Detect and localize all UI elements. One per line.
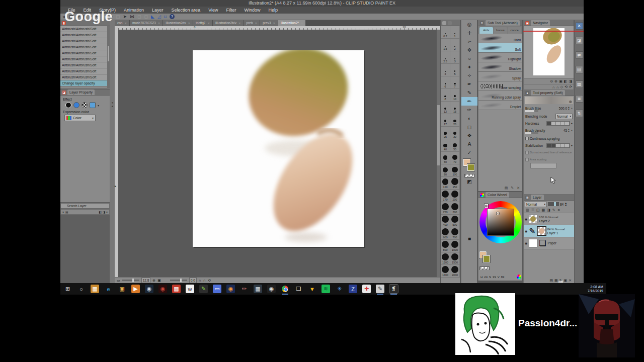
visibility-eye-icon[interactable]: ◉	[525, 217, 527, 221]
lasso-tool[interactable]: ○	[461, 54, 477, 63]
sv-marker[interactable]	[497, 212, 499, 215]
window-titlebar[interactable]: Illustration2* (A4 8.27 x 11.69in 600dpi…	[60, 0, 584, 7]
help-icon[interactable]: ?	[170, 14, 175, 19]
brush-size-20[interactable]: 20	[450, 114, 460, 127]
screen-color-swatch[interactable]: ■	[461, 234, 477, 243]
reset-view-icon[interactable]: ⟲	[208, 279, 211, 283]
history-item[interactable]: Airbrush/Airbrush/Soft	[60, 68, 110, 74]
notepad-app[interactable]: ❏	[294, 285, 303, 293]
draw-app[interactable]: ✏	[240, 285, 249, 293]
pencil-tool[interactable]: ✎	[461, 88, 477, 97]
sub-tool-hard[interactable]: Hard	[478, 34, 522, 43]
brush-size-2000[interactable]: 2000	[450, 265, 460, 278]
brush-size-250[interactable]: 250	[441, 202, 450, 215]
brush-size-100[interactable]: 100	[450, 164, 460, 177]
panel-divider[interactable]: ◂◂	[110, 20, 115, 283]
brush-size-700[interactable]: 700	[450, 227, 460, 240]
file-explorer-app[interactable]: ▣	[118, 285, 126, 293]
ruler-layer-icon[interactable]: ✎	[552, 208, 555, 212]
dropdown-icon[interactable]: ▾	[90, 14, 93, 20]
close-tab-icon[interactable]: ✕	[255, 20, 258, 26]
flip-h-icon[interactable]: ◧	[564, 79, 568, 83]
correction-tool[interactable]: ✓	[461, 148, 477, 157]
brush-size-2[interactable]: 2	[450, 39, 460, 51]
brush-size-50[interactable]: 50	[450, 139, 460, 152]
blend-tool[interactable]: ◐	[461, 114, 477, 123]
select-area-icon[interactable]: ▢	[116, 14, 120, 20]
text-tool[interactable]: A	[461, 140, 477, 148]
eyedropper-tool[interactable]: ✧	[461, 71, 477, 80]
spotify-app[interactable]: ≋	[321, 285, 330, 293]
start-button[interactable]: ⊞	[63, 285, 72, 293]
canvas-page[interactable]	[193, 50, 364, 247]
close-tab-icon[interactable]: ✕	[301, 20, 303, 26]
wand-tool[interactable]: ✦	[461, 63, 477, 71]
open-folder-icon[interactable]: ▱	[76, 14, 79, 20]
brush-size-40[interactable]: 40	[441, 139, 450, 152]
menu-file[interactable]: File	[64, 7, 79, 14]
redo-view-icon[interactable]: ⟳	[569, 85, 572, 89]
sub-tool-tab-bonus[interactable]: bonus	[494, 27, 507, 34]
brush-size-300[interactable]: 300	[450, 202, 460, 215]
tool-property-header[interactable]: ● Tool property (Soft)	[524, 90, 574, 96]
decoration-tool[interactable]: ❖	[461, 131, 477, 140]
history-item[interactable]: Airbrush/Airbrush/Soft	[60, 38, 110, 44]
layer-row-layer-2[interactable]: ◉100 % NormalLayer 2	[524, 213, 574, 225]
brush-size-10[interactable]: 10	[450, 89, 460, 102]
brush-size-2-5[interactable]: 2.5	[441, 51, 450, 64]
history-item[interactable]: Airbrush/Airbrush/Soft	[60, 74, 110, 80]
document-tab[interactable]: prev3✕	[260, 20, 278, 26]
lock-alpha-icon[interactable]: ▩	[542, 208, 545, 212]
fit-icon[interactable]: ▣	[559, 79, 562, 83]
document-tab[interactable]: Illustration2*✕	[278, 20, 305, 26]
brush-size-600[interactable]: 600	[441, 227, 450, 240]
brush-size-8[interactable]: 8	[441, 89, 450, 102]
brush-size-6[interactable]: 6	[441, 76, 450, 89]
tone-effect-button[interactable]	[73, 102, 79, 108]
layer-blend-select[interactable]: Normal ▾	[525, 202, 547, 207]
visibility-eye-icon[interactable]: ◉	[525, 241, 527, 245]
new-file-icon[interactable]: ▤	[69, 14, 73, 20]
sub-tool-tone-scraping[interactable]: Tone scraping	[478, 81, 522, 91]
store-app[interactable]: ▦	[91, 285, 99, 293]
lock-icon[interactable]: ◫	[536, 208, 540, 212]
brush-size-400[interactable]: 400	[441, 215, 450, 227]
document-tab[interactable]: Illustration2b/v✕	[213, 20, 244, 26]
visibility-eye-icon[interactable]: ◉	[525, 229, 527, 233]
continuous-spraying-checkbox[interactable]	[525, 137, 529, 140]
brush-density-value[interactable]: 45	[564, 129, 567, 132]
pen-tool[interactable]: ✒	[461, 80, 477, 88]
z-app[interactable]: Z	[349, 285, 357, 293]
brush-size-800[interactable]: 800	[441, 240, 450, 252]
menu-filter[interactable]: Filter	[223, 7, 240, 14]
layer-panel-header[interactable]: ≣ Layer	[524, 195, 574, 201]
brush-size-4[interactable]: 4	[441, 64, 450, 76]
brush-size-1000[interactable]: 1000	[450, 240, 460, 252]
expand-icon[interactable]: ▸	[571, 122, 573, 125]
stepper-icon[interactable]: ▲▼	[568, 106, 570, 110]
magnifier-icon[interactable]: ⊕	[152, 279, 155, 283]
brush-size-60[interactable]: 60	[441, 152, 450, 164]
clip-icon[interactable]: ☰	[531, 208, 534, 212]
zoom-out-icon[interactable]: ⊖	[550, 79, 553, 83]
navigator-header[interactable]: ▣ Navigator	[524, 20, 574, 26]
close-panel-icon[interactable]: ✕	[576, 22, 583, 30]
brush-size-0-7[interactable]: 0.7	[441, 26, 450, 39]
grid-icon[interactable]: ◿	[157, 14, 161, 20]
history-item[interactable]: Airbrush/Airbrush/Soft	[60, 62, 110, 68]
menu-layer[interactable]: Layer	[148, 7, 167, 14]
history-panel-header[interactable]: ▮	[60, 20, 110, 26]
effect-dropdown-arrow[interactable]: ▾	[98, 104, 99, 107]
brush-size-30[interactable]: 30	[450, 127, 460, 139]
history-item[interactable]: Airbrush/Airbrush/Soft	[60, 26, 110, 32]
sub-tool-soft[interactable]: Soft	[478, 43, 522, 53]
search-layer-bar[interactable]: Search Layer	[60, 203, 110, 209]
zoom-out-icon[interactable]: ▭	[117, 279, 120, 283]
rotate-slider[interactable]	[170, 280, 187, 281]
layer-row-layer-1[interactable]: ◉✎84 % NormalLayer 1	[524, 225, 574, 237]
canvas-viewport[interactable]	[118, 30, 437, 277]
expression-color-select[interactable]: Color ▾	[64, 115, 96, 121]
menu-help[interactable]: Help	[265, 7, 282, 14]
stepper-icon[interactable]: ▲▼	[568, 128, 570, 132]
magnifier-icon[interactable]: ⊕	[569, 100, 572, 104]
